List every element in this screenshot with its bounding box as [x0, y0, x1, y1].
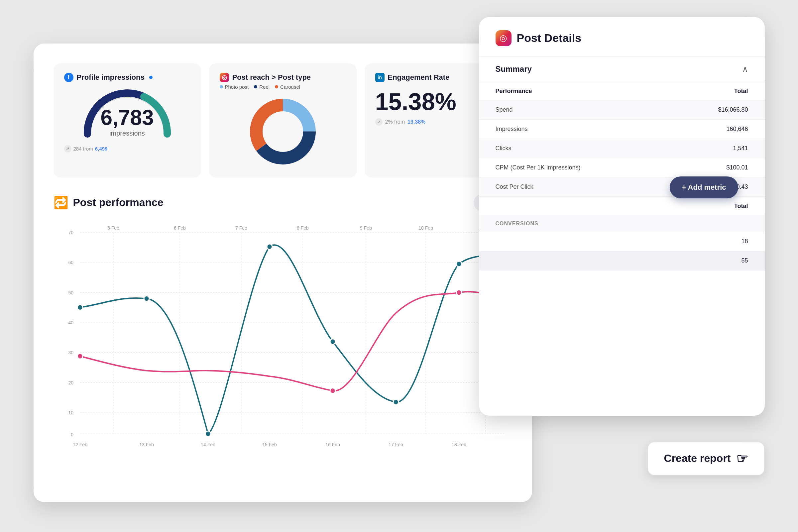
svg-text:10: 10: [68, 410, 73, 415]
gauge-chart: 6,783 impressions: [77, 84, 177, 140]
facebook-icon: f: [64, 73, 73, 82]
svg-text:17 Feb: 17 Feb: [388, 442, 403, 447]
create-report-button[interactable]: Create report ☞: [647, 442, 765, 476]
svg-text:10 Feb: 10 Feb: [418, 225, 433, 230]
section2-header: Total: [479, 197, 765, 215]
svg-text:0: 0: [71, 432, 73, 437]
instagram-icon-reach: ◎: [220, 73, 229, 82]
donut-legend: Photo post Reel Carousel: [220, 84, 346, 90]
engagement-change-link[interactable]: 13.38%: [407, 119, 425, 125]
summary-row-cpm: CPM (Cost Per 1K Impressions) $100.01: [479, 158, 765, 177]
legend-dot-carousel: [275, 85, 278, 89]
engagement-trend-icon: ↗: [375, 118, 383, 126]
gauge-label: impressions: [77, 130, 177, 137]
svg-text:60: 60: [68, 260, 73, 265]
svg-text:15 Feb: 15 Feb: [262, 442, 277, 447]
svg-point-40: [456, 261, 462, 266]
col-total: Total: [734, 88, 748, 95]
svg-text:6 Feb: 6 Feb: [174, 225, 186, 230]
fb-status-dot: [149, 76, 153, 79]
post-details-header: ◎ Post Details: [479, 17, 765, 56]
conversions-subheader: CONVERSIONS: [479, 215, 765, 232]
post-reach-card: ◎ Post reach > Post type Photo post Reel…: [209, 63, 357, 177]
svg-text:18 Feb: 18 Feb: [452, 442, 466, 447]
conversion-row-1: 18: [479, 232, 765, 251]
cursor-icon: ☞: [736, 451, 748, 466]
performance-title: Post performance: [73, 196, 164, 209]
svg-text:20: 20: [68, 380, 73, 385]
svg-point-43: [456, 290, 462, 296]
donut-chart: [220, 95, 346, 168]
trend-icon: ↗: [64, 145, 72, 153]
svg-point-38: [330, 339, 335, 344]
main-dashboard-card: f Profile impressions 6,783: [34, 43, 532, 502]
svg-text:7 Feb: 7 Feb: [235, 225, 247, 230]
add-metric-button[interactable]: + Add metric: [670, 176, 738, 198]
svg-text:5 Feb: 5 Feb: [107, 225, 119, 230]
col-performance: Performance: [496, 88, 532, 95]
post-details-card: ◎ Post Details Summary ∧ Performance Tot…: [479, 17, 765, 416]
summary-row-impressions: Impressions 160,646: [479, 120, 765, 139]
gauge-change: ↗ 284 from 6,499: [64, 145, 190, 153]
svg-text:13 Feb: 13 Feb: [139, 442, 154, 447]
legend-reel: Reel: [254, 84, 269, 90]
post-reach-title: ◎ Post reach > Post type: [220, 73, 346, 82]
svg-text:30: 30: [68, 350, 73, 355]
svg-text:12 Feb: 12 Feb: [73, 442, 88, 447]
post-performance-section: 🔁 Post performance ? ⚙: [54, 194, 512, 448]
summary-table-header: Performance Total: [479, 82, 765, 100]
svg-point-36: [205, 431, 211, 437]
performance-chart: 70 60 50 40 30 20 10 0 5 Feb 6 Feb 7 Feb…: [54, 222, 512, 448]
svg-point-35: [144, 296, 149, 301]
section2-col-total: Total: [734, 203, 748, 210]
chart-area: 70 60 50 40 30 20 10 0 5 Feb 6 Feb 7 Feb…: [54, 222, 512, 448]
profile-impressions-card: f Profile impressions 6,783: [54, 63, 201, 177]
svg-text:16 Feb: 16 Feb: [325, 442, 340, 447]
performance-header: 🔁 Post performance ? ⚙: [54, 194, 512, 211]
chevron-up-icon[interactable]: ∧: [742, 64, 748, 74]
profile-impressions-title: f Profile impressions: [64, 73, 190, 82]
legend-dot-photo: [220, 85, 223, 89]
svg-point-3: [265, 113, 301, 150]
svg-point-41: [77, 353, 83, 359]
svg-text:70: 70: [68, 230, 73, 235]
metrics-row: f Profile impressions 6,783: [54, 63, 512, 177]
svg-text:40: 40: [68, 320, 73, 325]
performance-icon: 🔁: [54, 196, 69, 210]
create-report-label: Create report: [664, 452, 731, 464]
gauge-value: 6,783: [77, 107, 177, 128]
instagram-icon-details: ◎: [496, 30, 512, 46]
legend-carousel: Carousel: [275, 84, 300, 90]
summary-row-spend: Spend $16,066.80: [479, 100, 765, 120]
svg-point-34: [77, 304, 83, 310]
summary-label: Summary: [496, 64, 532, 74]
svg-point-42: [330, 388, 335, 394]
svg-text:50: 50: [68, 290, 73, 295]
svg-text:14 Feb: 14 Feb: [201, 442, 215, 447]
linkedin-icon: in: [375, 73, 384, 82]
svg-text:9 Feb: 9 Feb: [360, 225, 372, 230]
conversion-row-2: 55: [479, 251, 765, 270]
summary-header: Summary ∧: [479, 56, 765, 82]
svg-point-37: [267, 244, 272, 249]
post-details-title: Post Details: [517, 32, 582, 44]
summary-row-clicks: Clicks 1,541: [479, 139, 765, 158]
legend-photo: Photo post: [220, 84, 249, 90]
gauge-change-link[interactable]: 6,499: [95, 146, 108, 152]
legend-dot-reel: [254, 85, 257, 89]
svg-point-39: [393, 399, 399, 405]
svg-text:8 Feb: 8 Feb: [297, 225, 309, 230]
